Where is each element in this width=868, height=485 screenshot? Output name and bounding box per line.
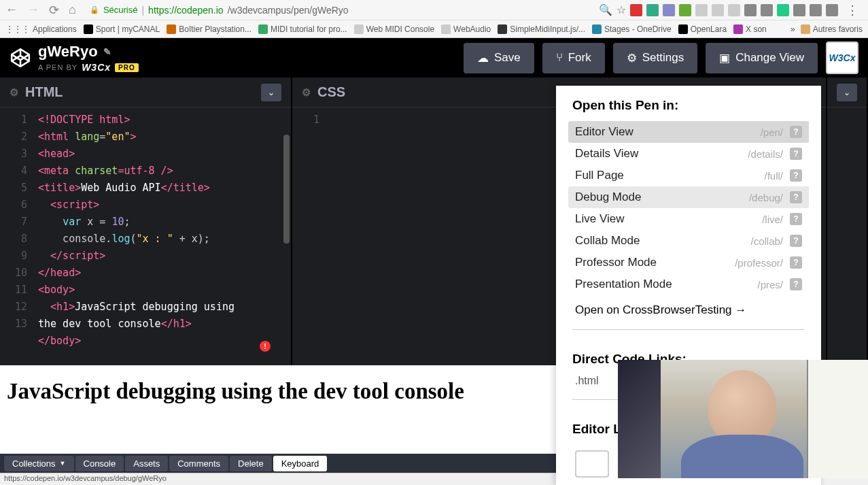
layout-option[interactable]	[575, 450, 609, 478]
js-dropdown-icon[interactable]: ⌄	[837, 84, 857, 101]
html-editor[interactable]: 12345678910111213 <!DOCTYPE html> <html …	[0, 107, 291, 365]
help-icon[interactable]: ?	[790, 256, 802, 269]
url-origin: https://codepen.io	[148, 5, 224, 16]
browser-toolbar: ← → ⟳ ⌂ 🔒 Sécurisé | https://codepen.io/…	[0, 0, 868, 20]
pen-title[interactable]: gWeRyo	[38, 43, 98, 61]
ext-icon-8[interactable]	[744, 4, 757, 16]
view-option-presentation-mode[interactable]: Presentation Mode/pres/?	[568, 273, 809, 295]
help-icon[interactable]: ?	[790, 213, 802, 225]
html-dropdown-icon[interactable]: ⌄	[261, 84, 281, 101]
ext-icon-9[interactable]	[761, 4, 773, 16]
edit-title-icon[interactable]: ✎	[103, 46, 111, 57]
video-overlay	[618, 360, 868, 478]
bookmark-item[interactable]: Sport | myCANAL	[84, 24, 160, 34]
bookmark-item[interactable]: WebAudio	[441, 24, 491, 34]
avatar[interactable]: W3Cx	[826, 41, 858, 74]
view-option-collab-mode[interactable]: Collab Mode/collab/?	[568, 230, 809, 252]
fork-icon: ⑂	[556, 51, 563, 65]
bookmark-item[interactable]: SimpleMidiInput.js/...	[498, 24, 585, 34]
ext-icon-13[interactable]	[826, 4, 838, 16]
open-cbt-link[interactable]: Open on CrossBrowserTesting →	[556, 295, 821, 325]
help-icon[interactable]: ?	[790, 235, 802, 247]
html-code-link[interactable]: .html	[575, 375, 599, 387]
author-link[interactable]: W3Cx	[82, 62, 111, 73]
ext-icon-4[interactable]	[679, 4, 691, 16]
bookmark-item[interactable]: MIDI tutorial for pro...	[258, 24, 347, 34]
ext-icon-12[interactable]	[810, 4, 822, 16]
bookmark-item[interactable]: Web MIDI Console	[354, 24, 434, 34]
bookmark-item[interactable]: OpenLara	[678, 24, 727, 34]
bookmark-item[interactable]: Stages - OneDrive	[592, 24, 672, 34]
change-view-button[interactable]: ▣Change View	[706, 43, 818, 73]
help-icon[interactable]: ?	[790, 169, 802, 182]
html-settings-icon[interactable]: ⚙	[10, 86, 18, 99]
url-path: /w3devcampus/pen/gWeRyo	[228, 5, 349, 16]
address-bar[interactable]: 🔒 Sécurisé | https://codepen.io/w3devcam…	[84, 5, 591, 16]
error-icon[interactable]: !	[260, 341, 271, 352]
ext-icon-5[interactable]	[695, 4, 708, 16]
forward-button[interactable]: →	[27, 3, 39, 18]
view-option-editor-view[interactable]: Editor View/pen/?	[568, 121, 809, 143]
keyboard-button[interactable]: Keyboard	[273, 456, 328, 471]
js-pane: ⌄	[827, 78, 868, 365]
cloud-icon: ☁	[477, 51, 489, 65]
bookmark-item[interactable]: Boîtier Playstation...	[167, 24, 251, 34]
zoom-icon[interactable]: 🔍	[599, 3, 612, 16]
assets-button[interactable]: Assets	[125, 456, 168, 471]
console-button[interactable]: Console	[75, 456, 124, 471]
bookmarks-bar: ⋮⋮⋮Applications Sport | myCANAL Boîtier …	[0, 20, 868, 38]
delete-button[interactable]: Delete	[230, 456, 272, 471]
collections-button[interactable]: Collections▼	[4, 456, 74, 471]
view-option-professor-mode[interactable]: Professor Mode/professor/?	[568, 252, 809, 273]
view-option-debug-mode[interactable]: Debug Mode/debug/?	[568, 186, 809, 208]
ext-icon-1[interactable]	[630, 4, 642, 16]
browser-right-icons: 🔍 ☆ ⋮	[599, 3, 863, 18]
save-button[interactable]: ☁Save	[464, 43, 534, 73]
bookmark-item[interactable]: X son	[733, 24, 767, 34]
css-label: CSS	[317, 84, 345, 100]
secure-label: Sécurisé	[103, 5, 138, 15]
comments-button[interactable]: Comments	[169, 456, 228, 471]
home-button[interactable]: ⌂	[69, 3, 76, 18]
other-bookmarks[interactable]: Autres favoris	[801, 24, 863, 34]
ext-icon-3[interactable]	[663, 4, 675, 16]
view-option-live-view[interactable]: Live View/live/?	[568, 208, 809, 230]
star-icon[interactable]: ☆	[617, 3, 626, 16]
reload-button[interactable]: ⟳	[49, 3, 59, 18]
html-pane: ⚙ HTML ⌄ 12345678910111213 <!DOCTYPE htm…	[0, 78, 292, 365]
apps-button[interactable]: ⋮⋮⋮Applications	[5, 24, 77, 34]
codepen-logo-icon[interactable]	[10, 47, 31, 69]
view-option-full-page[interactable]: Full Page/full/?	[568, 165, 809, 186]
ext-icon-7[interactable]	[728, 4, 740, 16]
help-icon[interactable]: ?	[790, 148, 802, 160]
ext-icon-2[interactable]	[646, 4, 659, 16]
browser-menu[interactable]: ⋮	[842, 3, 863, 18]
presenter-video	[661, 360, 807, 478]
byline-prefix: A PEN BY	[38, 63, 77, 71]
settings-button[interactable]: ⚙Settings	[613, 43, 697, 73]
help-icon[interactable]: ?	[790, 191, 802, 203]
view-option-details-view[interactable]: Details View/details/?	[568, 143, 809, 165]
css-settings-icon[interactable]: ⚙	[302, 86, 311, 99]
scrollbar[interactable]	[283, 135, 290, 244]
lock-icon: 🔒	[90, 5, 99, 14]
help-icon[interactable]: ?	[790, 278, 802, 290]
view-panel-heading: Open this Pen in:	[556, 86, 821, 121]
pro-badge: PRO	[115, 63, 139, 72]
html-label: HTML	[25, 84, 63, 100]
ext-icon-11[interactable]	[793, 4, 805, 16]
ext-icon-10[interactable]	[777, 4, 789, 16]
layout-icon: ▣	[719, 51, 730, 65]
back-button[interactable]: ←	[5, 3, 18, 18]
codepen-header: gWeRyo ✎ A PEN BY W3Cx PRO ☁Save ⑂Fork ⚙…	[0, 38, 868, 78]
ext-icon-6[interactable]	[712, 4, 724, 16]
gear-icon: ⚙	[627, 51, 637, 65]
fork-button[interactable]: ⑂Fork	[542, 43, 605, 73]
help-icon[interactable]: ?	[790, 126, 802, 138]
bookmarks-overflow[interactable]: »	[791, 24, 795, 34]
